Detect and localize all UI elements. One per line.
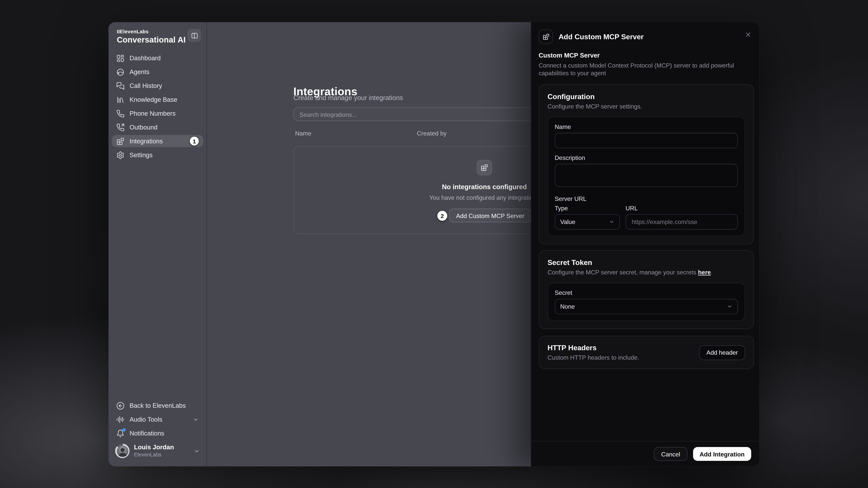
- brand: IIElevenLabs Conversational AI: [117, 29, 186, 44]
- close-icon: [744, 31, 751, 38]
- sidebar-item-outbound[interactable]: Outbound: [112, 121, 203, 133]
- server-url-label: Server URL: [555, 195, 738, 202]
- name-field[interactable]: [555, 133, 738, 149]
- app-window: IIElevenLabs Conversational AI Dashboard…: [108, 22, 760, 466]
- url-label: URL: [626, 205, 738, 212]
- app-title: Conversational AI: [117, 35, 186, 44]
- type-select-value: Value: [560, 219, 576, 225]
- chevron-down-icon: [193, 416, 199, 422]
- configuration-fields: Name Description Server URL Type Value: [548, 117, 745, 236]
- back-link-label: Back to ElevenLabs: [130, 402, 186, 409]
- secret-token-subtitle: Configure the MCP server secret, manage …: [548, 269, 745, 276]
- phone-outgoing-icon: [116, 123, 125, 131]
- chevron-down-icon: [609, 219, 615, 225]
- configuration-card: Configuration Configure the MCP server s…: [538, 84, 754, 245]
- chevron-down-icon: [194, 448, 200, 454]
- integrations-icon: [116, 137, 125, 145]
- secret-token-title: Secret Token: [548, 258, 745, 267]
- audio-tools-label: Audio Tools: [130, 416, 162, 423]
- knowledge-base-icon: [116, 95, 125, 104]
- sidebar-item-integrations[interactable]: Integrations 1: [112, 135, 203, 147]
- configuration-subtitle: Configure the MCP server settings.: [548, 103, 745, 110]
- http-headers-subtitle: Custom HTTP headers to include.: [548, 354, 639, 361]
- page-subtitle: Create and manage your integrations: [293, 94, 403, 102]
- sidebar-item-label: Integrations: [130, 138, 163, 144]
- audio-waveform-icon: [116, 415, 125, 424]
- panel-title: Add Custom MCP Server: [559, 33, 644, 41]
- secret-select[interactable]: None: [555, 299, 738, 315]
- configuration-title: Configuration: [548, 92, 745, 101]
- call-history-icon: [116, 82, 125, 90]
- add-integration-button[interactable]: Add Integration: [693, 447, 751, 461]
- description-field[interactable]: [555, 164, 738, 187]
- bell-icon: [116, 429, 125, 437]
- add-header-button[interactable]: Add header: [699, 345, 745, 360]
- notifications-item[interactable]: Notifications: [112, 427, 203, 439]
- panel-footer: Cancel Add Integration: [531, 441, 760, 466]
- cancel-button[interactable]: Cancel: [654, 447, 687, 461]
- secret-select-value: None: [560, 303, 575, 310]
- sidebar-item-label: Outbound: [130, 124, 157, 131]
- agents-icon: [116, 68, 125, 76]
- sidebar-item-agents[interactable]: Agents: [112, 66, 203, 78]
- http-headers-title: HTTP Headers: [548, 344, 639, 352]
- empty-state-description: You have not configured any integrations: [429, 194, 539, 201]
- column-name: Name: [295, 130, 311, 137]
- step-badge-1: 1: [190, 137, 199, 145]
- secret-token-card: Secret Token Configure the MCP server se…: [538, 250, 754, 329]
- sidebar-item-label: Knowledge Base: [130, 96, 177, 103]
- sidebar-toggle-button[interactable]: [188, 29, 201, 42]
- integrations-tile: [476, 160, 492, 175]
- user-name: Louis Jordan: [134, 444, 189, 451]
- sidebar-item-label: Agents: [130, 69, 149, 75]
- sidebar-item-call-history[interactable]: Call History: [112, 80, 203, 92]
- desktop-background: IIElevenLabs Conversational AI Dashboard…: [0, 0, 868, 488]
- add-custom-mcp-server-button[interactable]: Add Custom MCP Server: [449, 208, 531, 223]
- panel-toggle-icon: [191, 32, 198, 39]
- integrations-icon: [542, 33, 549, 40]
- user-menu[interactable]: Louis Jordan ElevenLabs: [112, 441, 203, 461]
- sidebar-item-phone-numbers[interactable]: Phone Numbers: [112, 107, 203, 120]
- phone-icon: [116, 109, 125, 118]
- audio-tools-item[interactable]: Audio Tools: [112, 413, 203, 425]
- back-to-elevenlabs-link[interactable]: Back to ElevenLabs: [112, 399, 203, 412]
- brand-logo: IIElevenLabs: [117, 29, 186, 34]
- type-select[interactable]: Value: [555, 214, 620, 230]
- panel-icon-tile: [538, 29, 553, 44]
- dashboard-icon: [116, 54, 125, 62]
- section-title: Custom MCP Server: [538, 52, 599, 59]
- sidebar-item-dashboard[interactable]: Dashboard: [112, 52, 203, 64]
- sidebar-item-label: Settings: [130, 152, 153, 158]
- sidebar-footer: Back to ElevenLabs Audio Tools Notificat…: [112, 399, 203, 461]
- http-headers-card: HTTP Headers Custom HTTP headers to incl…: [538, 336, 754, 369]
- sidebar-item-label: Phone Numbers: [130, 110, 176, 117]
- secret-label: Secret: [555, 289, 738, 296]
- integrations-icon: [480, 164, 488, 171]
- sidebar-item-settings[interactable]: Settings: [112, 149, 203, 161]
- empty-state-title: No integrations configured: [442, 183, 527, 191]
- sidebar-nav: Dashboard Agents Call History Knowledge …: [112, 52, 203, 161]
- description-label: Description: [555, 154, 738, 161]
- notifications-label: Notifications: [130, 430, 164, 436]
- url-field[interactable]: [626, 214, 738, 230]
- name-label: Name: [555, 123, 738, 130]
- avatar: [115, 444, 130, 458]
- type-label: Type: [555, 205, 620, 212]
- chevron-down-icon: [727, 304, 733, 309]
- sidebar-header: IIElevenLabs Conversational AI: [112, 28, 203, 44]
- sidebar: IIElevenLabs Conversational AI Dashboard…: [108, 22, 207, 466]
- avatar-photo: [117, 445, 128, 457]
- manage-secrets-link[interactable]: here: [698, 269, 711, 275]
- step-badge-2: 2: [437, 210, 447, 221]
- sidebar-item-label: Call History: [130, 83, 162, 89]
- sidebar-item-knowledge-base[interactable]: Knowledge Base: [112, 94, 203, 106]
- sidebar-item-label: Dashboard: [130, 55, 161, 62]
- unread-dot: [122, 428, 126, 431]
- add-mcp-server-panel: Add Custom MCP Server Custom MCP Server …: [531, 22, 760, 466]
- close-button[interactable]: [743, 30, 752, 39]
- user-org: ElevenLabs: [134, 452, 189, 458]
- circle-arrow-left-icon: [116, 401, 125, 410]
- section-description: Connect a custom Model Context Protocol …: [538, 61, 755, 77]
- gear-icon: [116, 151, 125, 159]
- column-created-by: Created by: [417, 130, 447, 137]
